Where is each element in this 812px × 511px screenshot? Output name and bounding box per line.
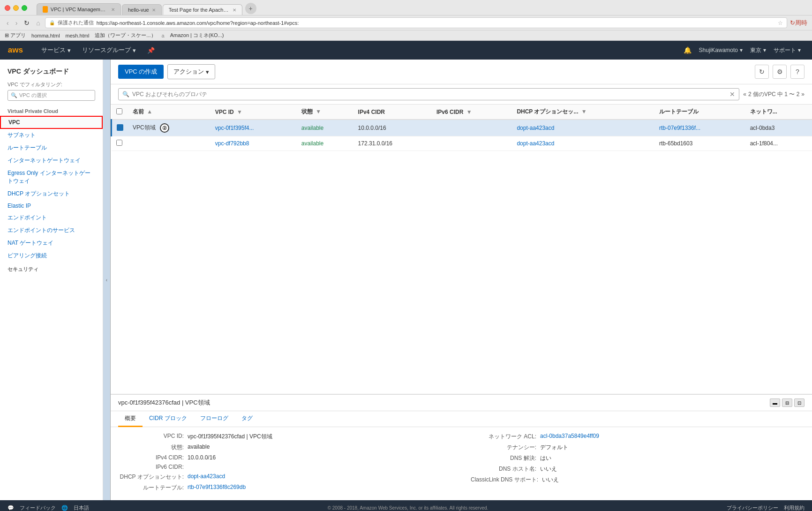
notification-bell-icon[interactable]: 🔔 [680,46,695,54]
row1-dhcp-options[interactable]: dopt-aa423acd [512,120,654,136]
row1-vpc-id[interactable]: vpc-0f1f395f4... [211,120,297,136]
region-menu[interactable]: 東京 ▾ [746,46,770,54]
sidebar-item-endpoints[interactable]: エンドポイント [0,211,103,224]
sidebar-item-endpoint-services[interactable]: エンドポイントのサービス [0,224,103,237]
extension-icon[interactable]: ↻周時 [790,19,807,27]
header-ipv4-cidr[interactable]: IPv4 CIDR [353,105,432,120]
feedback-link[interactable]: フィードバック [20,504,56,511]
sidebar-collapse-toggle[interactable]: ‹ [103,60,111,500]
row2-checkbox-cell[interactable] [112,136,128,151]
header-checkbox[interactable] [112,105,128,120]
bookmark-amazon[interactable]: Amazon | コミネ(KO...) [170,32,224,39]
bookmark-mesh[interactable]: mesh.html [66,33,90,38]
create-vpc-button[interactable]: VPC の作成 [118,65,164,79]
sidebar-vpc-section-label: Virtual Private Cloud [0,105,103,116]
row1-checkbox-cell[interactable] [112,120,128,136]
tab-apache-close[interactable]: ✕ [233,8,236,13]
detail-tab-flow-log[interactable]: フローログ [194,411,235,427]
detail-dhcp-value[interactable]: dopt-aa423acd [188,473,225,480]
new-tab-button[interactable]: + [245,3,256,14]
sidebar-item-subnets[interactable]: サブネット [0,129,103,142]
row2-dhcp-options[interactable]: dopt-aa423acd [512,136,654,151]
help-button[interactable]: ? [790,65,804,79]
sidebar-item-eip[interactable]: Elastic IP [0,200,103,211]
bookmark-apps[interactable]: ⊞ アプリ [5,32,26,39]
detail-tabs: 概要 CIDR ブロック フローログ タグ [111,411,812,427]
detail-tab-cidr[interactable]: CIDR ブロック [143,411,194,427]
forward-button[interactable]: › [14,18,20,28]
table-row[interactable]: vpc-df792bb8 available 172.31.0.0/16 dop… [112,136,812,151]
table-row[interactable]: VPC領域 ② vpc-0f1f395f4... available 10.0.… [112,120,812,136]
row1-route-table[interactable]: rtb-07e9f1336f... [654,120,745,136]
sidebar-item-route-tables[interactable]: ルートテーブル [0,142,103,154]
detail-acl-value[interactable]: acl-0bda37a5849e4ff09 [540,433,599,439]
detail-minimize-icon[interactable]: ▬ [770,398,780,407]
back-button[interactable]: ‹ [5,18,11,28]
header-network[interactable]: ネットワ... [745,105,812,120]
detail-tab-summary[interactable]: 概要 [118,411,143,427]
aws-logo[interactable]: aws [8,45,26,55]
settings-button[interactable]: ⚙ [773,65,787,79]
language-link[interactable]: 日本語 [74,504,89,511]
maximize-window-button[interactable] [22,5,27,11]
header-dhcp-options[interactable]: DHCP オプションセッ... ▼ [512,105,654,120]
terms-link[interactable]: 利用規約 [784,504,804,511]
reload-button[interactable]: ↻ [22,18,31,28]
bookmark-homma[interactable]: homma.html [31,33,60,38]
feedback-icon: 💬 [8,505,14,511]
row1-name[interactable]: VPC領域 ② [128,120,211,136]
sidebar-item-nat-gw[interactable]: NAT ゲートウェイ [0,237,103,249]
sidebar-item-egress-igw[interactable]: Egress Only インターネットゲートウェイ [0,167,103,188]
detail-maximize-icon[interactable]: ⊡ [794,398,804,407]
home-button[interactable]: ⌂ [34,18,42,28]
detail-restore-icon[interactable]: ⊟ [782,398,792,407]
refresh-button[interactable]: ↻ [755,65,769,79]
header-ipv6-cidr[interactable]: IPv6 CIDR ▼ [432,105,512,120]
tab-hello-vue[interactable]: hello-vue ✕ [122,4,162,15]
tab-vpc-close[interactable]: ✕ [111,7,115,12]
pin-nav[interactable]: 📌 [142,47,160,54]
select-all-checkbox[interactable] [116,108,122,114]
detail-route-label: ルートテーブル: [118,484,184,492]
services-nav[interactable]: サービス ▾ [36,46,76,54]
vpc-search-input[interactable]: 🔍 ✕ [118,88,739,100]
sidebar-item-vpc[interactable]: VPC [0,116,103,129]
bookmark-add[interactable]: 追加（ワープ・スケー...） [95,32,156,39]
tab-vpc[interactable]: VPC | VPC Management Cons... ✕ [37,3,121,15]
user-chevron-icon: ▾ [740,47,743,53]
actions-button[interactable]: アクション ▾ [167,64,215,79]
filter-clear-button[interactable]: ✕ [729,90,735,98]
header-state[interactable]: 状態 ▼ [297,105,353,120]
sidebar-item-peering[interactable]: ピアリング接続 [0,249,103,262]
row2-vpc-id[interactable]: vpc-df792bb8 [211,136,297,151]
sidebar-item-igw[interactable]: インターネットゲートウェイ [0,154,103,167]
detail-tenancy-label: テナンシー: [471,443,536,451]
pagination-next-icon[interactable]: » [801,91,804,98]
browser-action-icons: ↻周時 [790,19,807,27]
pagination-prev-icon[interactable]: « [743,91,746,98]
bookmark-star-icon[interactable]: ☆ [778,20,783,26]
sidebar-item-dhcp[interactable]: DHCP オプションセット [0,188,103,200]
filter-text-field[interactable] [132,91,727,98]
user-menu[interactable]: ShujiKawamoto ▾ [695,47,746,53]
vpc-filter-input[interactable]: 🔍 VPC の選択 [8,90,95,101]
row1-checkbox-checked[interactable] [117,124,123,131]
privacy-policy-link[interactable]: プライバシーポリシー [727,504,778,511]
header-name[interactable]: 名前 ▲ [128,105,211,120]
help-question-icon: ? [796,68,799,75]
close-window-button[interactable] [5,5,10,11]
support-menu[interactable]: サポート ▾ [770,46,804,54]
detail-header-icons: ▬ ⊟ ⊡ [770,398,804,407]
detail-tab-tags[interactable]: タグ [235,411,259,427]
header-route-table[interactable]: ルートテーブル [654,105,745,120]
header-vpc-id[interactable]: VPC ID ▼ [211,105,297,120]
tab-hello-vue-close[interactable]: ✕ [152,8,156,13]
minimize-window-button[interactable] [13,5,19,11]
resources-nav[interactable]: リソースグループ ▾ [76,46,142,54]
actions-chevron-icon: ▾ [206,68,209,75]
address-bar[interactable]: 🔒 保護された通信 https://ap-northeast-1.console… [45,17,787,28]
row2-checkbox[interactable] [116,140,122,146]
detail-route-value[interactable]: rtb-07e9f1336f8c269db [188,484,246,490]
detail-acl-row: ネットワーク ACL: acl-0bda37a5849e4ff09 [471,433,804,441]
tab-apache[interactable]: Test Page for the Apache HTT... ✕ [163,4,242,15]
